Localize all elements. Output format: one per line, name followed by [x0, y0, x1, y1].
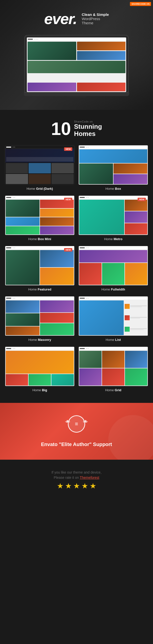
new-badge: NEW	[64, 248, 72, 252]
home-item-masonry[interactable]: Home Masonry	[5, 296, 75, 342]
star-5: ★	[90, 482, 96, 490]
home-item-big[interactable]: Home Big	[5, 346, 75, 393]
tagline: Clean & Simple WordPress Theme	[82, 12, 109, 25]
homes-section: 10 ShareCode.vn Stunning Homes NEW	[0, 110, 153, 403]
home-item-featured[interactable]: NEW Home Featured	[5, 246, 75, 292]
home-label: Home Metro	[78, 237, 148, 242]
sharecode-badge: SHARECODE.VN	[130, 2, 151, 6]
home-label: Home Fullwidth	[78, 288, 148, 292]
home-item-box-mini[interactable]: NEW	[5, 196, 75, 242]
homes-grid: NEW	[5, 145, 148, 393]
themeforest-link[interactable]: Themeforest	[80, 476, 99, 480]
stars: ★ ★ ★ ★ ★	[5, 482, 148, 490]
home-label: Home Grid	[78, 388, 148, 393]
new-badge: NEW	[138, 198, 146, 201]
hero-section: SHARECODE.VN ever. Clean & Simple WordPr…	[0, 0, 153, 110]
homes-header: 10 ShareCode.vn Stunning Homes	[5, 120, 148, 138]
star-3: ★	[73, 482, 80, 490]
home-label: Home List	[78, 338, 148, 342]
home-label: Home Box	[78, 187, 148, 192]
home-item-fullwidth[interactable]: Home Fullwidth	[78, 246, 148, 292]
star-2: ★	[65, 482, 72, 490]
homes-number: 10	[51, 119, 71, 139]
logo: ever.	[44, 10, 77, 28]
envato-badge: ❧ ≡ ❧	[65, 415, 88, 438]
home-item-metro[interactable]: NEW	[78, 196, 148, 242]
laptop-mockup	[24, 35, 129, 98]
home-item-box[interactable]: Home Box	[78, 145, 148, 192]
home-label: Home Featured	[5, 288, 75, 292]
new-badge: NEW	[64, 147, 72, 151]
rate-section: If you like our theme and device, Please…	[0, 460, 153, 500]
envato-logo-icon: ≡	[75, 421, 78, 427]
home-label: Home Box Mini	[5, 237, 75, 242]
home-item-list[interactable]: Home List	[78, 296, 148, 342]
envato-section: ❧ ≡ ❧ Envato "Elite Author" Support	[0, 403, 153, 460]
home-item-grid[interactable]: Home Grid	[78, 346, 148, 393]
envato-circle: ≡	[68, 415, 85, 433]
home-label: Home Masonry	[5, 338, 75, 342]
home-item-grid-dark[interactable]: NEW	[5, 145, 75, 192]
rate-text: If you like our theme and device, Please…	[5, 470, 148, 480]
star-4: ★	[81, 482, 88, 490]
home-label: Home Grid (Dark)	[5, 187, 75, 192]
new-badge: NEW	[64, 198, 72, 201]
star-1: ★	[57, 482, 64, 490]
envato-title-block: Envato "Elite Author" Support	[5, 442, 148, 447]
logo-area: ever. Clean & Simple WordPress Theme	[5, 10, 148, 28]
envato-title: Envato "Elite Author" Support	[5, 442, 148, 447]
homes-text-block: ShareCode.vn Stunning Homes	[74, 120, 102, 137]
home-label: Home Big	[5, 388, 75, 393]
